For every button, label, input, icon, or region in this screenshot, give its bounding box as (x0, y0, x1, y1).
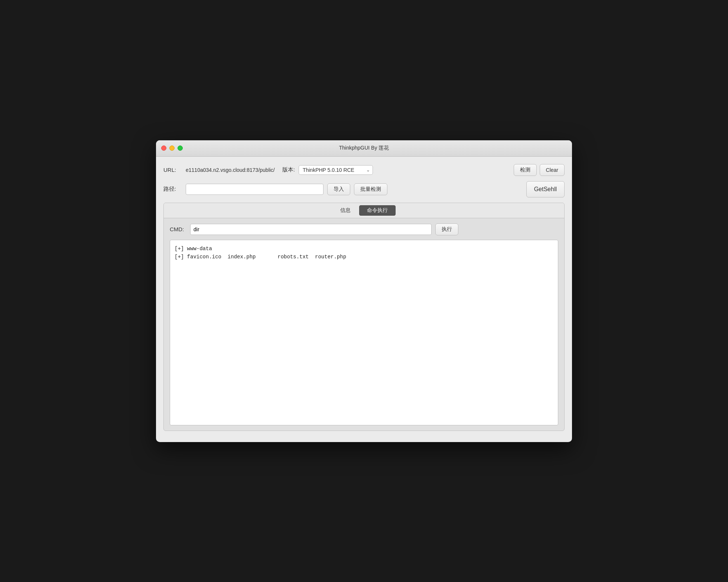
traffic-lights (161, 146, 183, 151)
tabs-header: 信息 命令执行 (164, 203, 564, 218)
clear-button[interactable]: Clear (540, 164, 565, 176)
path-label: 路径: (163, 186, 182, 193)
main-window: ThinkphpGUI By 莲花 URL: e1110a034.n2.vsgo… (156, 140, 572, 442)
cmd-row: CMD: 执行 (170, 223, 558, 235)
cmd-tab[interactable]: 命令执行 (359, 205, 396, 216)
execute-button[interactable]: 执行 (435, 223, 458, 235)
output-area: [+] www-data [+] favicon.ico index.php r… (170, 240, 558, 425)
content-area: URL: e1110a034.n2.vsgo.cloud:8173/public… (156, 157, 572, 442)
detect-clear-group: 检测 Clear (514, 164, 565, 176)
info-tab[interactable]: 信息 (332, 205, 358, 216)
cmd-label: CMD: (170, 226, 186, 232)
titlebar: ThinkphpGUI By 莲花 (156, 140, 572, 157)
url-label: URL: (163, 167, 182, 173)
path-input[interactable] (186, 184, 324, 195)
version-select-wrapper[interactable]: ThinkPHP 5.0.10 RCE ThinkPHP 5.1.x RCE T… (299, 165, 373, 175)
url-row: URL: e1110a034.n2.vsgo.cloud:8173/public… (163, 164, 565, 176)
version-label: 版本: (282, 166, 295, 173)
detect-button[interactable]: 检测 (514, 164, 537, 176)
minimize-button[interactable] (169, 146, 175, 151)
getshell-button[interactable]: GetSehll (526, 181, 565, 197)
window-title: ThinkphpGUI By 莲花 (339, 145, 389, 151)
tabs-content: CMD: 执行 [+] www-data [+] favicon.ico ind… (164, 218, 564, 431)
batch-detect-button[interactable]: 批量检测 (354, 183, 387, 195)
tabs-area: 信息 命令执行 CMD: 执行 [+] www-data [+] favicon… (163, 203, 565, 431)
cmd-input[interactable] (190, 224, 432, 235)
import-button[interactable]: 导入 (327, 183, 350, 195)
version-select[interactable]: ThinkPHP 5.0.10 RCE ThinkPHP 5.1.x RCE T… (299, 165, 373, 175)
close-button[interactable] (161, 146, 166, 151)
url-value: e1110a034.n2.vsgo.cloud:8173/public/ (186, 167, 275, 173)
path-row: 路径: 导入 批量检测 GetSehll (163, 181, 565, 197)
maximize-button[interactable] (178, 146, 183, 151)
